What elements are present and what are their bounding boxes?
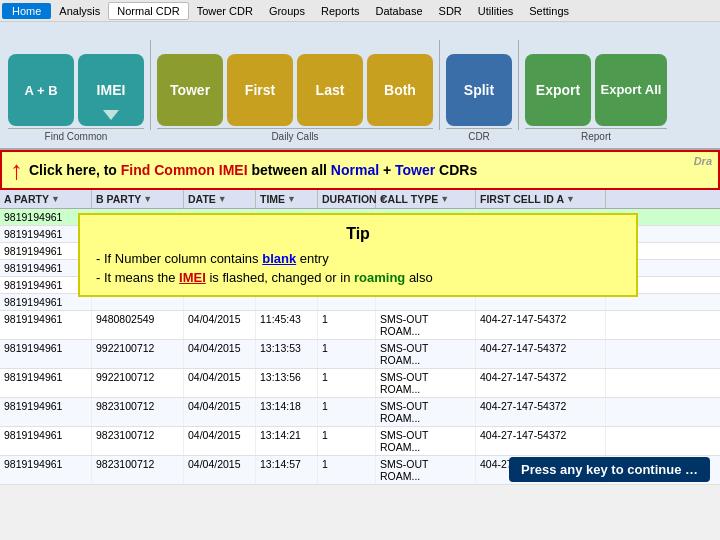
- cdr-label: CDR: [446, 128, 512, 142]
- annotation-text: Click here, to Find Common IMEI between …: [29, 162, 477, 178]
- red-arrow: ↑: [10, 157, 23, 183]
- table-body: 9819194961 9870119426 04/04/2015 10:12:1…: [0, 209, 720, 485]
- btn-a-plus-b[interactable]: A + B: [8, 54, 74, 126]
- menu-groups[interactable]: Groups: [261, 3, 313, 19]
- th-duration: DURATION ▼: [318, 190, 376, 208]
- th-first-cell: FIRST CELL ID A ▼: [476, 190, 606, 208]
- menu-home[interactable]: Home: [2, 3, 51, 19]
- dra-label: Dra: [694, 155, 712, 167]
- menu-tower-cdr[interactable]: Tower CDR: [189, 3, 261, 19]
- tip-line-1: - If Number column contains blank entry: [96, 251, 620, 266]
- th-call-type: CALL TYPE ▼: [376, 190, 476, 208]
- menu-normal-cdr[interactable]: Normal CDR: [108, 2, 188, 20]
- press-any-key-button[interactable]: Press any key to continue …: [509, 457, 710, 482]
- menu-utilities[interactable]: Utilities: [470, 3, 521, 19]
- table-row: 9819194961 9922100712 04/04/2015 13:13:5…: [0, 340, 720, 369]
- btn-last[interactable]: Last: [297, 54, 363, 126]
- sort-first-cell[interactable]: ▼: [566, 194, 575, 204]
- tip-line-2: - It means the IMEI is flashed, changed …: [96, 270, 620, 285]
- menu-reports[interactable]: Reports: [313, 3, 368, 19]
- daily-calls-label: Daily Calls: [157, 128, 433, 142]
- report-label: Report: [525, 128, 667, 142]
- sort-a-party[interactable]: ▼: [51, 194, 60, 204]
- table-row: 9819194961 9823100712 04/04/2015 13:14:2…: [0, 427, 720, 456]
- menu-analysis[interactable]: Analysis: [51, 3, 108, 19]
- menu-database[interactable]: Database: [368, 3, 431, 19]
- sort-b-party[interactable]: ▼: [143, 194, 152, 204]
- table-row: 9819194961 9823100712 04/04/2015 13:14:1…: [0, 398, 720, 427]
- th-date: DATE ▼: [184, 190, 256, 208]
- th-a-party: A PARTY ▼: [0, 190, 92, 208]
- sort-call-type[interactable]: ▼: [440, 194, 449, 204]
- btn-imei[interactable]: IMEI: [78, 54, 144, 126]
- btn-first[interactable]: First: [227, 54, 293, 126]
- btn-export-all[interactable]: Export All: [595, 54, 667, 126]
- btn-tower[interactable]: Tower: [157, 54, 223, 126]
- table-header: A PARTY ▼ B PARTY ▼ DATE ▼ TIME ▼ DURATI…: [0, 190, 720, 209]
- table-row: 9819194961 9480802549 04/04/2015 11:45:4…: [0, 311, 720, 340]
- annotation-box: ↑ Click here, to Find Common IMEI betwee…: [0, 150, 720, 190]
- menu-sdr[interactable]: SDR: [431, 3, 470, 19]
- th-time: TIME ▼: [256, 190, 318, 208]
- sort-date[interactable]: ▼: [218, 194, 227, 204]
- sort-time[interactable]: ▼: [287, 194, 296, 204]
- th-b-party: B PARTY ▼: [92, 190, 184, 208]
- menu-settings[interactable]: Settings: [521, 3, 577, 19]
- find-common-label: Find Common: [8, 128, 144, 142]
- btn-split[interactable]: Split: [446, 54, 512, 126]
- table-row-last: 9819194961 9823100712 04/04/2015 13:14:5…: [0, 456, 720, 485]
- btn-both[interactable]: Both: [367, 54, 433, 126]
- btn-export[interactable]: Export: [525, 54, 591, 126]
- table-row: 9819194961 9922100712 04/04/2015 13:13:5…: [0, 369, 720, 398]
- tip-overlay-box: Tip - If Number column contains blank en…: [78, 213, 638, 297]
- tip-title: Tip: [96, 225, 620, 243]
